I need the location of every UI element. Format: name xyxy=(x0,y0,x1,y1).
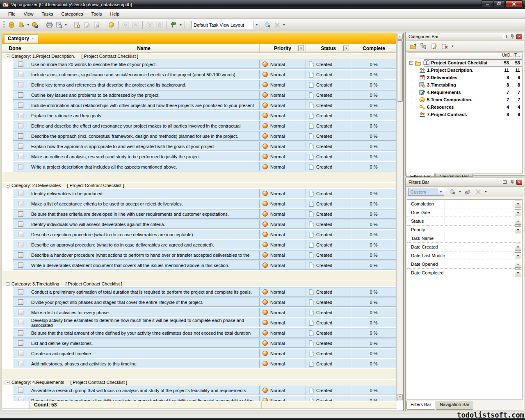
layout-dropdown-icon[interactable]: ▼ xyxy=(282,23,286,26)
priority-cell[interactable]: Normal xyxy=(260,328,306,338)
done-checkbox[interactable] xyxy=(18,191,23,196)
menu-view[interactable]: View xyxy=(20,10,38,18)
apply-filter-dropdown-icon[interactable]: ▼ xyxy=(458,190,462,193)
priority-cell[interactable]: Normal xyxy=(260,59,306,69)
filter-value-field[interactable] xyxy=(445,260,515,268)
done-checkbox[interactable] xyxy=(18,351,23,356)
category-group-row[interactable]: − Category: 2.Deliverables [ Project Con… xyxy=(2,182,397,188)
priority-cell[interactable]: Normal xyxy=(260,297,306,307)
name-cell[interactable]: Explain the rationale and key goals. xyxy=(28,111,260,120)
task-row[interactable]: List and define key milestones. Normal C… xyxy=(2,338,397,348)
column-header-priority[interactable]: Priority ▼ xyxy=(260,44,306,52)
task-row[interactable]: Make an outline of analysis, research an… xyxy=(2,151,397,161)
column-header-done[interactable]: Done xyxy=(2,44,28,52)
filter-dropdown-icon[interactable]: ▼ xyxy=(515,209,521,216)
category-group-row[interactable]: − Category: 3.Timetabling [ Project Cont… xyxy=(2,281,397,286)
name-cell[interactable]: Identify deliverables to be produced. xyxy=(28,189,260,198)
priority-cell[interactable]: Normal xyxy=(260,260,306,270)
status-cell[interactable]: Created xyxy=(306,142,351,151)
filter-value-field[interactable] xyxy=(445,226,515,234)
name-cell[interactable]: Define and describe the effect and reson… xyxy=(28,121,260,130)
priority-cell[interactable]: Normal xyxy=(260,162,306,171)
name-cell[interactable]: Make an outline of analysis, research an… xyxy=(28,152,260,161)
status-cell[interactable]: Created xyxy=(306,152,351,161)
task-row[interactable]: Describe a handover procedure (what acti… xyxy=(2,249,397,260)
name-cell[interactable]: Develop activity time estimates to deter… xyxy=(28,318,260,327)
tab-filters-bar[interactable]: Filters Bar xyxy=(406,173,435,177)
filter-dropdown-icon[interactable]: ▼ xyxy=(515,252,521,259)
done-checkbox[interactable] xyxy=(18,310,23,315)
name-cell[interactable]: Be sure that the total amount of time de… xyxy=(28,328,260,338)
menu-help[interactable]: Help xyxy=(106,10,123,18)
done-checkbox[interactable] xyxy=(18,262,23,268)
task-row[interactable]: Include aims, outcomes, significance and… xyxy=(2,69,397,79)
done-checkbox[interactable] xyxy=(18,144,23,149)
restore-button[interactable] xyxy=(493,0,505,7)
done-checkbox[interactable] xyxy=(18,340,23,346)
done-checkbox[interactable] xyxy=(18,62,23,67)
category-tree-item[interactable]: 5.Team Composition. 7 7 xyxy=(407,96,522,103)
name-cell[interactable]: Divide your project into phases and stag… xyxy=(28,297,260,307)
status-cell[interactable]: Created xyxy=(306,59,351,69)
done-checkbox[interactable] xyxy=(18,103,23,108)
delete-task-icon[interactable] xyxy=(92,21,102,30)
done-checkbox[interactable] xyxy=(18,252,23,258)
done-checkbox[interactable] xyxy=(18,361,23,366)
priority-cell[interactable]: Normal xyxy=(260,90,306,100)
filter-dropdown-icon[interactable]: ▼ xyxy=(515,261,521,268)
category-group-row[interactable]: − Category: 4.Requirements [ Project Con… xyxy=(2,379,397,385)
name-cell[interactable]: Create an anticipated timeline. xyxy=(28,349,260,358)
tab-navigation-bar[interactable]: Navigation Bar xyxy=(435,173,473,177)
status-cell[interactable]: Created xyxy=(306,386,351,395)
name-cell[interactable]: Include aims, outcomes, significance and… xyxy=(28,70,260,79)
name-cell[interactable]: Use no more than 20 words to describe th… xyxy=(28,59,260,69)
vertical-scrollbar[interactable]: ▲ ▼ xyxy=(396,33,403,401)
priority-cell[interactable]: Normal xyxy=(260,142,306,151)
status-cell[interactable]: Created xyxy=(306,318,351,327)
task-row[interactable]: Be sure that the total amount of time de… xyxy=(2,327,397,338)
done-checkbox[interactable] xyxy=(18,82,23,87)
edit-category-icon[interactable] xyxy=(429,42,439,51)
status-cell[interactable]: Created xyxy=(306,308,351,317)
categories-pin-icon[interactable] xyxy=(509,34,515,39)
filter-dropdown-icon[interactable]: ▼ xyxy=(515,201,521,208)
done-checkbox[interactable] xyxy=(18,164,23,169)
filter-value-field[interactable] xyxy=(445,243,515,251)
status-filter-dropdown-icon[interactable]: ▼ xyxy=(343,46,349,51)
print-preview-icon[interactable] xyxy=(54,21,64,30)
task-row[interactable]: Identify deliverables to be produced. No… xyxy=(2,188,397,198)
clear-filter-icon[interactable] xyxy=(463,187,472,196)
name-cell[interactable]: Outline key issues and problems to be ad… xyxy=(28,90,260,100)
priority-cell[interactable]: Normal xyxy=(260,287,306,297)
task-row[interactable]: Add milestones, phases and activities to… xyxy=(2,358,397,368)
status-cell[interactable]: Created xyxy=(306,70,351,79)
scrollbar-thumb[interactable] xyxy=(397,40,403,102)
name-cell[interactable]: Be sure that these criteria are develope… xyxy=(28,209,260,219)
status-cell[interactable]: Created xyxy=(306,297,351,307)
status-cell[interactable]: Created xyxy=(306,219,351,229)
column-header-name[interactable]: Name xyxy=(28,44,260,52)
layout-combo-arrow-icon[interactable]: ▼ xyxy=(253,21,260,29)
priority-cell[interactable]: Normal xyxy=(260,100,306,110)
done-checkbox[interactable] xyxy=(18,289,23,294)
category-tree-item[interactable]: 7.Project Contract. 8 8 xyxy=(407,111,522,118)
task-row[interactable]: Write a deliverables statement document … xyxy=(2,260,397,270)
status-cell[interactable]: Created xyxy=(306,359,351,368)
priority-cell[interactable]: Normal xyxy=(260,152,306,161)
done-checkbox[interactable] xyxy=(18,388,23,393)
done-checkbox[interactable] xyxy=(18,72,23,77)
task-row[interactable]: Explain the rationale and key goals. Nor… xyxy=(2,110,397,120)
done-checkbox[interactable] xyxy=(18,154,23,159)
filters-pin-icon[interactable] xyxy=(509,179,515,185)
done-checkbox[interactable] xyxy=(18,242,23,247)
tree-root-item[interactable]: − Project Contract Checklist 53 53 xyxy=(407,59,522,66)
name-cell[interactable]: Write a deliverables statement document … xyxy=(28,260,260,270)
task-row[interactable]: Define key terms and references that des… xyxy=(2,79,397,89)
priority-cell[interactable]: Normal xyxy=(260,250,306,260)
menu-tasks[interactable]: Tasks xyxy=(37,10,57,18)
new-subcategory-icon[interactable] xyxy=(419,42,429,51)
name-cell[interactable]: Assemble a research group that will focu… xyxy=(28,386,260,395)
name-cell[interactable]: Identify individuals who will assess del… xyxy=(28,219,260,229)
priority-cell[interactable]: Normal xyxy=(260,121,306,130)
collapse-group-icon[interactable]: − xyxy=(6,282,9,286)
